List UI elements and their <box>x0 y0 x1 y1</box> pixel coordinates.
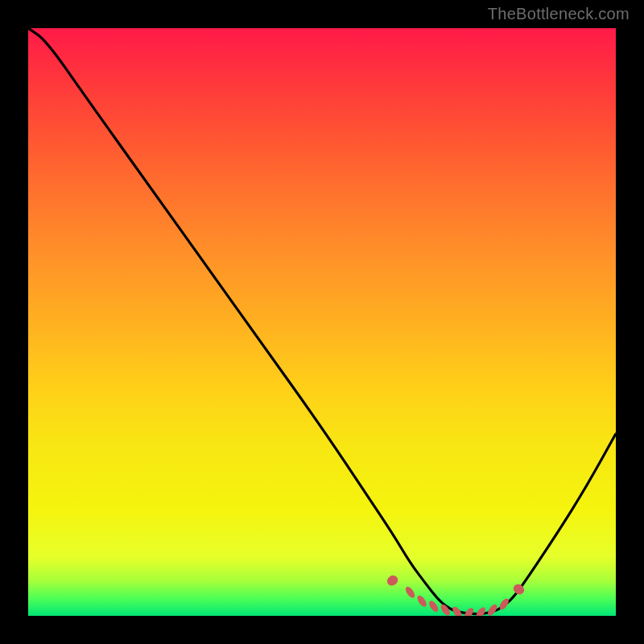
watermark-text: TheBottleneck.com <box>488 5 630 23</box>
highlight-dot <box>385 573 399 588</box>
plot-area <box>28 28 616 616</box>
bottleneck-curve-path <box>28 28 616 614</box>
highlight-dot <box>427 599 440 613</box>
bottleneck-curve-svg <box>28 28 616 616</box>
chart-frame: TheBottleneck.com <box>0 0 644 644</box>
highlight-dot <box>415 594 428 609</box>
highlight-dot <box>404 585 417 600</box>
highlight-dots-group <box>385 573 526 616</box>
